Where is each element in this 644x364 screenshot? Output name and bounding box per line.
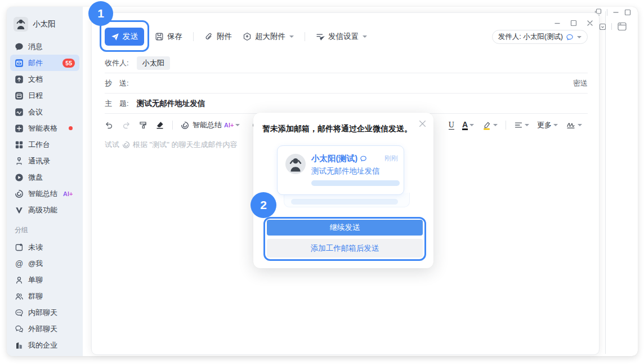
more-label: 更多: [537, 120, 552, 130]
sidebar-item-wedrive[interactable]: 微盘: [10, 169, 79, 185]
more-button[interactable]: 更多: [537, 120, 558, 130]
sidebar-item-label: 会议: [28, 107, 43, 117]
signature-button[interactable]: [566, 121, 582, 130]
to-field[interactable]: 收件人: 小太阳: [105, 53, 588, 73]
send-settings-icon: [316, 32, 325, 41]
ai-summary-icon: [122, 141, 130, 149]
chevron-down-icon: [525, 124, 529, 126]
placeholder-suffix: 根据 "测试" 的聊天生成邮件内容: [133, 140, 237, 150]
maximize-main-icon[interactable]: [624, 9, 631, 16]
people-icon: [15, 292, 24, 301]
bcc-toggle[interactable]: 密送: [573, 78, 588, 88]
subject-field[interactable]: 主 题: 测试无邮件地址发信: [105, 94, 588, 114]
sidebar: 小太阳 消息 邮件 55 文档 日程 会议 智能表格: [7, 7, 83, 356]
sidebar-item-label: 外部聊天: [28, 324, 57, 334]
chevron-down-icon: [578, 124, 582, 126]
user-profile[interactable]: 小太阳: [7, 16, 83, 33]
chevron-down-icon: [577, 36, 582, 38]
reading-pane-controls: [599, 21, 627, 32]
format-painter-button[interactable]: [138, 121, 147, 130]
sidebar-item-smart-table[interactable]: 智能表格: [10, 120, 79, 136]
sidebar-item-internal-chat[interactable]: 内部聊天: [10, 304, 79, 321]
redo-button[interactable]: [122, 121, 131, 130]
sidebar-item-mail[interactable]: 邮件 55: [10, 55, 79, 71]
sidebar-item-at-me[interactable]: @ @我: [10, 255, 79, 272]
font-color-button[interactable]: A: [462, 121, 474, 130]
sidebar-item-unread[interactable]: 未读: [10, 239, 79, 255]
add-mailbox-button[interactable]: 添加工作邮箱后发送: [267, 239, 423, 258]
large-attachment-icon: [243, 32, 252, 41]
paper-plane-icon: [111, 33, 119, 41]
user-avatar: [14, 17, 28, 32]
continue-send-button[interactable]: 继续发送: [267, 220, 423, 236]
user-name: 小太阳: [33, 19, 56, 29]
sidebar-item-workbench[interactable]: 工作台: [10, 136, 79, 153]
send-settings-button[interactable]: 发信设置: [316, 32, 367, 42]
sidebar-item-single-chat[interactable]: 单聊: [10, 272, 79, 288]
group-section-label: 分组: [7, 218, 83, 239]
divider: [172, 121, 173, 130]
ai-summary-icon: [15, 189, 24, 198]
notification-dot: [69, 126, 73, 130]
sidebar-item-ai-summary[interactable]: 智能总结 AI+: [10, 185, 79, 202]
sidebar-item-label: 智能表格: [28, 123, 57, 134]
ai-summary-icon: [181, 121, 189, 130]
sidebar-item-label: 高级功能: [28, 205, 57, 215]
no-mailbox-dialog: 暂未添加邮箱，邮件将通过企业微信发送。 小太阳(测试) 刚刚 测试无邮件地址发信…: [253, 113, 433, 268]
to-label: 收件人:: [105, 58, 129, 68]
clear-format-button[interactable]: [155, 121, 164, 130]
sidebar-item-label: 文档: [28, 74, 43, 85]
divider: [506, 121, 506, 130]
sidebar-item-external-chat[interactable]: 外部聊天: [10, 321, 79, 337]
save-button[interactable]: 保存: [155, 32, 182, 42]
sidebar-item-label: 微盘: [28, 172, 43, 183]
sidebar-item-label: 通讯录: [28, 156, 50, 166]
highlighter-icon: [482, 121, 491, 130]
minimize-icon[interactable]: [554, 20, 561, 26]
wechat-bubble-icon: [566, 33, 574, 41]
underline-button[interactable]: U: [449, 121, 454, 130]
card-subject-preview: 测试无邮件地址发信: [311, 166, 380, 176]
layout-toggle-icon[interactable]: [617, 21, 627, 32]
collapse-panel-icon[interactable]: [599, 23, 606, 30]
smart-summary-button[interactable]: 智能总结 AI+: [181, 120, 240, 130]
sidebar-item-messages[interactable]: 消息: [10, 38, 79, 55]
sidebar-item-group-chat[interactable]: 群聊: [10, 288, 79, 304]
attachment-button[interactable]: 附件: [204, 32, 232, 42]
sender-selector[interactable]: 发件人: 小太阳(测试): [492, 30, 588, 44]
recipient-chip[interactable]: 小太阳: [137, 56, 170, 70]
sidebar-item-calendar[interactable]: 日程: [10, 87, 79, 104]
placeholder-prefix: 试试: [105, 140, 119, 150]
font-color-label: A: [462, 121, 468, 130]
unread-count-badge: 55: [62, 59, 75, 68]
sidebar-item-label: 工作台: [28, 140, 50, 150]
sidebar-item-contacts[interactable]: 通讯录: [10, 153, 79, 169]
sidebar-item-my-company[interactable]: 我的企业: [10, 337, 79, 353]
calendar-icon: [15, 91, 24, 100]
sidebar-item-docs[interactable]: 文档: [10, 71, 79, 87]
undo-button[interactable]: [105, 121, 114, 130]
sidebar-item-advanced[interactable]: 高级功能: [10, 202, 79, 218]
chevron-down-icon: [363, 35, 367, 38]
close-icon[interactable]: [419, 119, 426, 130]
sidebar-item-label: 我的企业: [28, 340, 57, 350]
large-attachment-label: 超大附件: [255, 32, 285, 42]
sender-label: 发件人: 小太阳(测试): [498, 32, 563, 42]
large-attachment-button[interactable]: 超大附件: [243, 32, 294, 42]
highlight-button[interactable]: [482, 121, 498, 130]
send-button[interactable]: 发送: [105, 28, 144, 46]
minimize-main-icon[interactable]: [612, 9, 619, 16]
cc-field[interactable]: 抄 送: 密送: [105, 73, 588, 94]
paperclip-icon: [204, 32, 213, 41]
ai-plus-tag: AI+: [63, 190, 73, 197]
attachment-label: 附件: [217, 32, 232, 42]
sidebar-item-label: 智能总结: [28, 189, 57, 199]
chevron-down-icon: [469, 124, 474, 126]
maximize-icon[interactable]: [570, 20, 577, 26]
chat-icon: [15, 42, 24, 51]
sidebar-item-meeting[interactable]: 会议: [10, 104, 79, 120]
background-pane-divider: [605, 11, 606, 354]
align-button[interactable]: [514, 121, 529, 130]
close-icon[interactable]: [587, 20, 593, 26]
chevron-down-icon: [289, 35, 294, 38]
